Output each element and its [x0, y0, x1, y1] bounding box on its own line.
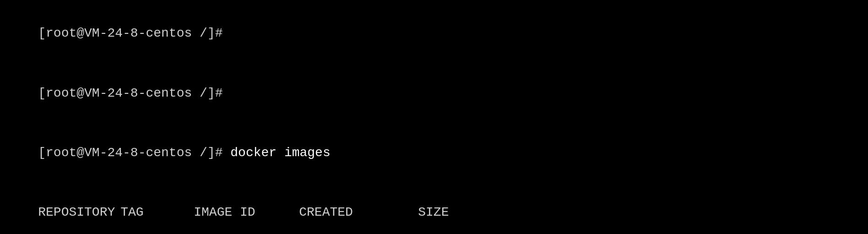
- terminal-window: [root@VM-24-8-centos /]# [root@VM-24-8-c…: [7, 4, 861, 234]
- prompt-2: [root@VM-24-8-centos /]#: [38, 86, 222, 100]
- terminal-line-1: [root@VM-24-8-centos /]#: [7, 4, 861, 63]
- col-header-created: CREATED: [299, 202, 418, 222]
- col-header-image-id: IMAGE ID: [194, 202, 299, 222]
- col-header-size: SIZE: [418, 202, 473, 222]
- terminal-header-row: REPOSITORYTAGIMAGE IDCREATEDSIZE: [7, 183, 861, 234]
- terminal-line-2: [root@VM-24-8-centos /]#: [7, 63, 861, 123]
- prompt-1: [root@VM-24-8-centos /]#: [38, 26, 222, 40]
- terminal-line-3: [root@VM-24-8-centos /]# docker images: [7, 123, 861, 182]
- prompt-3: [root@VM-24-8-centos /]#: [38, 146, 222, 160]
- col-header-repository: REPOSITORY: [38, 202, 120, 222]
- col-header-tag: TAG: [120, 202, 194, 222]
- command-docker-images: docker images: [222, 146, 330, 160]
